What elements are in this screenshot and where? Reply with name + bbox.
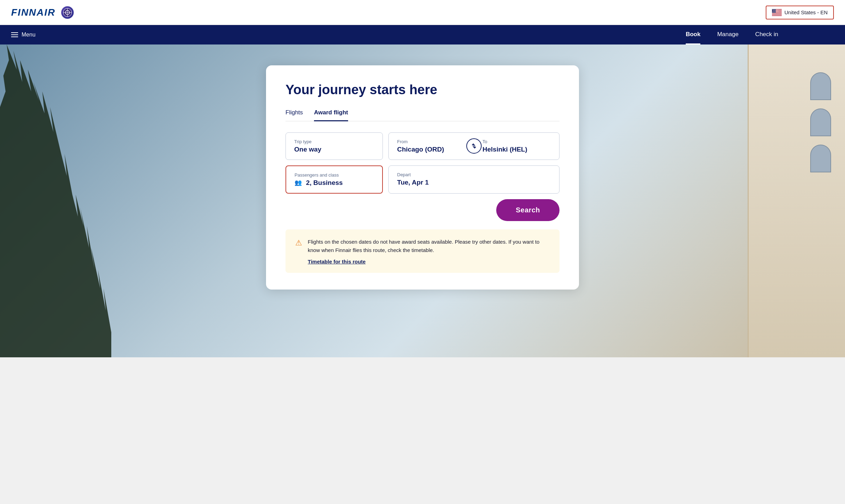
oneworld-badge: [61, 6, 74, 19]
hamburger-icon: [11, 32, 18, 37]
logo-area: FINNAIR: [11, 6, 74, 19]
depart-value: Tue, Apr 1: [397, 179, 551, 186]
building-window: [810, 72, 831, 100]
to-label: To: [483, 139, 551, 144]
hero-section: Your journey starts here Flights Award f…: [0, 44, 845, 357]
warning-content: Flights on the chosen dates do not have …: [308, 238, 550, 265]
from-label: From: [397, 139, 466, 144]
route-field: From Chicago (ORD) To Helsinki (HEL): [388, 132, 560, 160]
warning-box: ⚠ Flights on the chosen dates do not hav…: [285, 229, 560, 273]
warning-text: Flights on the chosen dates do not have …: [308, 239, 539, 253]
form-row-2: Passengers and class 👥 2, Business Depar…: [285, 165, 560, 194]
nav-item-book[interactable]: Book: [686, 25, 701, 44]
nav-item-manage[interactable]: Manage: [717, 25, 738, 44]
locale-button[interactable]: ★★★★★★ ★★★★★ ★★★★★★ United States - EN: [766, 6, 834, 19]
passengers-icon: 👥: [295, 179, 302, 186]
building-window: [810, 145, 831, 172]
passengers-field[interactable]: Passengers and class 👥 2, Business: [285, 165, 383, 194]
building-windows: [810, 72, 831, 172]
warning-icon: ⚠: [295, 238, 302, 247]
passengers-value: 👥 2, Business: [295, 179, 374, 187]
us-flag-icon: ★★★★★★ ★★★★★ ★★★★★★: [772, 9, 782, 16]
swap-icon: [470, 143, 477, 149]
from-field[interactable]: From Chicago (ORD): [389, 133, 474, 160]
trip-type-value: One way: [294, 146, 374, 153]
svg-rect-8: [772, 13, 782, 13]
to-value: Helsinki (HEL): [483, 146, 551, 153]
nav-item-checkin[interactable]: Check in: [755, 25, 778, 44]
trip-type-label: Trip type: [294, 139, 374, 144]
menu-button[interactable]: Menu: [11, 32, 35, 38]
svg-rect-9: [772, 14, 782, 14]
tab-flights[interactable]: Flights: [285, 109, 303, 121]
depart-field[interactable]: Depart Tue, Apr 1: [388, 165, 560, 194]
timetable-link[interactable]: Timetable for this route: [308, 259, 550, 265]
search-card: Your journey starts here Flights Award f…: [266, 65, 579, 290]
to-field[interactable]: To Helsinki (HEL): [474, 133, 560, 160]
card-title: Your journey starts here: [285, 82, 560, 98]
nav-bar: Menu Book Manage Check in: [0, 25, 845, 44]
nav-center: Book Manage Check in: [686, 25, 778, 44]
top-bar: FINNAIR ★★★★★★ ★★★★★ ★★★★★★: [0, 0, 845, 25]
trip-type-field[interactable]: Trip type One way: [285, 132, 383, 160]
finnair-logo: FINNAIR: [11, 7, 56, 18]
swap-button[interactable]: [466, 138, 482, 154]
building-window: [810, 108, 831, 136]
building-right: [748, 44, 845, 357]
locale-label: United States - EN: [784, 9, 828, 15]
passengers-label: Passengers and class: [295, 172, 374, 178]
menu-label: Menu: [22, 32, 35, 38]
from-value: Chicago (ORD): [397, 146, 466, 153]
card-tabs: Flights Award flight: [285, 109, 560, 121]
svg-rect-10: [772, 15, 782, 15]
tree-silhouette: [0, 44, 111, 357]
form-row-1: Trip type One way From Chicago (ORD): [285, 132, 560, 160]
search-button[interactable]: Search: [496, 199, 560, 221]
svg-text:★★★★★★: ★★★★★★: [772, 11, 779, 13]
depart-label: Depart: [397, 172, 551, 177]
tab-award-flight[interactable]: Award flight: [314, 109, 348, 121]
search-btn-row: Search: [285, 199, 560, 221]
